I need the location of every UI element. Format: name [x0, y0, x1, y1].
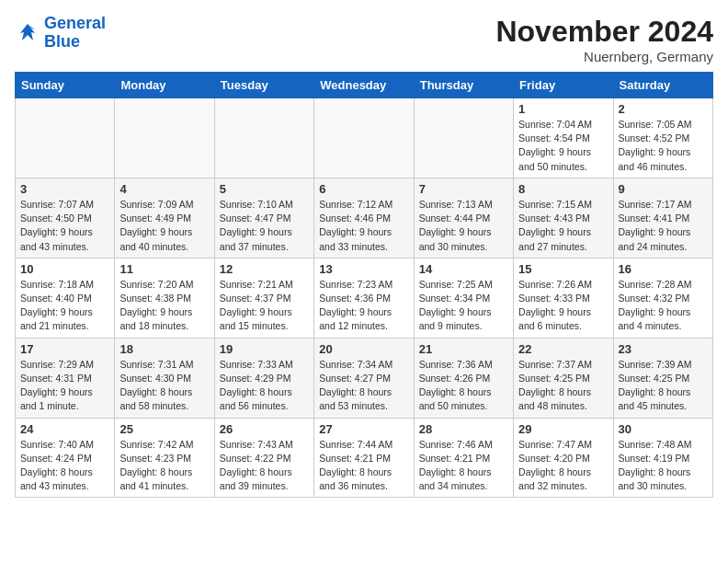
day-number: 22	[518, 342, 608, 356]
calendar-day	[16, 98, 115, 178]
day-info: Sunrise: 7:17 AM Sunset: 4:41 PM Dayligh…	[619, 198, 708, 254]
day-number: 13	[319, 262, 408, 276]
day-info: Sunrise: 7:18 AM Sunset: 4:40 PM Dayligh…	[20, 278, 109, 334]
day-number: 24	[20, 422, 109, 436]
calendar-day: 30Sunrise: 7:48 AM Sunset: 4:19 PM Dayli…	[613, 418, 712, 498]
day-number: 16	[619, 262, 708, 276]
svg-marker-0	[20, 24, 35, 40]
weekday-header-thursday: Thursday	[414, 73, 513, 98]
day-info: Sunrise: 7:07 AM Sunset: 4:50 PM Dayligh…	[20, 198, 109, 254]
day-info: Sunrise: 7:12 AM Sunset: 4:46 PM Dayligh…	[319, 198, 408, 254]
day-info: Sunrise: 7:46 AM Sunset: 4:21 PM Dayligh…	[419, 438, 508, 494]
day-number: 1	[518, 102, 608, 116]
calendar-day: 1Sunrise: 7:04 AM Sunset: 4:54 PM Daylig…	[514, 98, 613, 178]
day-number: 5	[220, 182, 309, 196]
calendar-day: 17Sunrise: 7:29 AM Sunset: 4:31 PM Dayli…	[16, 338, 115, 418]
day-number: 9	[619, 182, 708, 196]
day-number: 30	[619, 422, 708, 436]
calendar-day: 25Sunrise: 7:42 AM Sunset: 4:23 PM Dayli…	[115, 418, 214, 498]
day-number: 28	[419, 422, 508, 436]
day-number: 7	[419, 182, 508, 196]
calendar-day: 21Sunrise: 7:36 AM Sunset: 4:26 PM Dayli…	[414, 338, 513, 418]
day-info: Sunrise: 7:26 AM Sunset: 4:33 PM Dayligh…	[518, 278, 608, 334]
month-title: November 2024	[495, 15, 713, 49]
day-info: Sunrise: 7:43 AM Sunset: 4:22 PM Dayligh…	[220, 438, 309, 494]
logo-general: General	[44, 14, 106, 32]
calendar-day: 26Sunrise: 7:43 AM Sunset: 4:22 PM Dayli…	[214, 418, 313, 498]
day-number: 6	[319, 182, 408, 196]
calendar-day	[314, 98, 414, 178]
day-info: Sunrise: 7:33 AM Sunset: 4:29 PM Dayligh…	[220, 358, 309, 414]
day-info: Sunrise: 7:21 AM Sunset: 4:37 PM Dayligh…	[220, 278, 309, 334]
calendar-day: 28Sunrise: 7:46 AM Sunset: 4:21 PM Dayli…	[414, 418, 513, 498]
day-info: Sunrise: 7:37 AM Sunset: 4:25 PM Dayligh…	[518, 358, 608, 414]
page-header: General Blue November 2024 Nuernberg, Ge…	[15, 15, 713, 64]
calendar-day: 8Sunrise: 7:15 AM Sunset: 4:43 PM Daylig…	[514, 178, 613, 258]
calendar-day: 19Sunrise: 7:33 AM Sunset: 4:29 PM Dayli…	[214, 338, 313, 418]
calendar-day: 7Sunrise: 7:13 AM Sunset: 4:44 PM Daylig…	[414, 178, 513, 258]
weekday-header-monday: Monday	[115, 73, 214, 98]
day-info: Sunrise: 7:36 AM Sunset: 4:26 PM Dayligh…	[419, 358, 508, 414]
day-number: 17	[20, 342, 109, 356]
calendar-day: 24Sunrise: 7:40 AM Sunset: 4:24 PM Dayli…	[16, 418, 115, 498]
day-number: 26	[220, 422, 309, 436]
calendar-week-5: 24Sunrise: 7:40 AM Sunset: 4:24 PM Dayli…	[16, 418, 713, 498]
calendar-day: 22Sunrise: 7:37 AM Sunset: 4:25 PM Dayli…	[514, 338, 613, 418]
calendar-day: 5Sunrise: 7:10 AM Sunset: 4:47 PM Daylig…	[214, 178, 313, 258]
weekday-header-row: SundayMondayTuesdayWednesdayThursdayFrid…	[16, 73, 713, 98]
calendar-day	[414, 98, 513, 178]
calendar-day: 18Sunrise: 7:31 AM Sunset: 4:30 PM Dayli…	[115, 338, 214, 418]
day-number: 10	[20, 262, 109, 276]
calendar-day: 2Sunrise: 7:05 AM Sunset: 4:52 PM Daylig…	[613, 98, 712, 178]
logo-icon	[15, 20, 40, 46]
day-info: Sunrise: 7:04 AM Sunset: 4:54 PM Dayligh…	[518, 118, 608, 174]
calendar-day: 27Sunrise: 7:44 AM Sunset: 4:21 PM Dayli…	[314, 418, 414, 498]
calendar-day: 13Sunrise: 7:23 AM Sunset: 4:36 PM Dayli…	[314, 258, 414, 338]
day-info: Sunrise: 7:10 AM Sunset: 4:47 PM Dayligh…	[220, 198, 309, 254]
day-info: Sunrise: 7:05 AM Sunset: 4:52 PM Dayligh…	[619, 118, 708, 174]
day-info: Sunrise: 7:28 AM Sunset: 4:32 PM Dayligh…	[619, 278, 708, 334]
day-number: 14	[419, 262, 508, 276]
day-number: 18	[119, 342, 209, 356]
day-number: 21	[419, 342, 508, 356]
day-info: Sunrise: 7:25 AM Sunset: 4:34 PM Dayligh…	[419, 278, 508, 334]
calendar-day: 14Sunrise: 7:25 AM Sunset: 4:34 PM Dayli…	[414, 258, 513, 338]
day-number: 20	[319, 342, 408, 356]
day-info: Sunrise: 7:20 AM Sunset: 4:38 PM Dayligh…	[119, 278, 209, 334]
weekday-header-sunday: Sunday	[16, 73, 115, 98]
day-number: 11	[119, 262, 209, 276]
day-info: Sunrise: 7:42 AM Sunset: 4:23 PM Dayligh…	[119, 438, 209, 494]
day-number: 3	[20, 182, 109, 196]
calendar-week-4: 17Sunrise: 7:29 AM Sunset: 4:31 PM Dayli…	[16, 338, 713, 418]
calendar-day	[115, 98, 214, 178]
day-info: Sunrise: 7:13 AM Sunset: 4:44 PM Dayligh…	[419, 198, 508, 254]
weekday-header-friday: Friday	[514, 73, 613, 98]
calendar-day: 10Sunrise: 7:18 AM Sunset: 4:40 PM Dayli…	[16, 258, 115, 338]
calendar-table: SundayMondayTuesdayWednesdayThursdayFrid…	[15, 72, 713, 498]
calendar-day: 6Sunrise: 7:12 AM Sunset: 4:46 PM Daylig…	[314, 178, 414, 258]
calendar-week-3: 10Sunrise: 7:18 AM Sunset: 4:40 PM Dayli…	[16, 258, 713, 338]
title-block: November 2024 Nuernberg, Germany	[495, 15, 713, 64]
logo-blue: Blue	[44, 32, 80, 51]
calendar-week-1: 1Sunrise: 7:04 AM Sunset: 4:54 PM Daylig…	[16, 98, 713, 178]
calendar-week-2: 3Sunrise: 7:07 AM Sunset: 4:50 PM Daylig…	[16, 178, 713, 258]
day-number: 27	[319, 422, 408, 436]
day-number: 8	[518, 182, 608, 196]
calendar-day: 16Sunrise: 7:28 AM Sunset: 4:32 PM Dayli…	[613, 258, 712, 338]
day-number: 4	[119, 182, 209, 196]
day-number: 15	[518, 262, 608, 276]
calendar-day: 4Sunrise: 7:09 AM Sunset: 4:49 PM Daylig…	[115, 178, 214, 258]
calendar-day: 29Sunrise: 7:47 AM Sunset: 4:20 PM Dayli…	[514, 418, 613, 498]
day-info: Sunrise: 7:31 AM Sunset: 4:30 PM Dayligh…	[119, 358, 209, 414]
weekday-header-saturday: Saturday	[613, 73, 712, 98]
day-number: 25	[119, 422, 209, 436]
day-number: 2	[619, 102, 708, 116]
calendar-day: 20Sunrise: 7:34 AM Sunset: 4:27 PM Dayli…	[314, 338, 414, 418]
day-number: 19	[220, 342, 309, 356]
calendar-day	[214, 98, 313, 178]
day-number: 12	[220, 262, 309, 276]
weekday-header-tuesday: Tuesday	[214, 73, 313, 98]
calendar-day: 9Sunrise: 7:17 AM Sunset: 4:41 PM Daylig…	[613, 178, 712, 258]
day-info: Sunrise: 7:23 AM Sunset: 4:36 PM Dayligh…	[319, 278, 408, 334]
day-info: Sunrise: 7:39 AM Sunset: 4:25 PM Dayligh…	[619, 358, 708, 414]
